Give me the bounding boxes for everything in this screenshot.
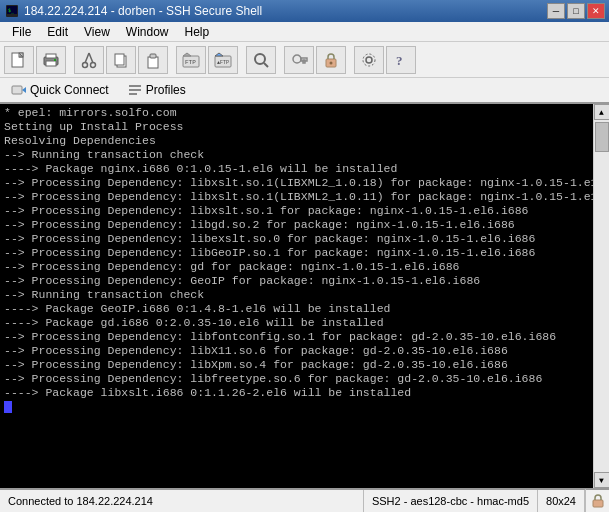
minimize-button[interactable]: ─ [547,3,565,19]
svg-marker-21 [215,53,223,56]
connection-label: Connected to 184.22.224.214 [8,495,153,507]
svg-rect-38 [593,500,603,507]
svg-rect-35 [129,85,141,87]
svg-rect-7 [46,61,56,66]
svg-point-29 [330,61,333,64]
svg-marker-18 [183,53,191,56]
close-button[interactable]: ✕ [587,3,605,19]
help-button[interactable]: ? [386,46,416,74]
status-encryption: SSH2 - aes128-cbc - hmac-md5 [364,490,538,512]
svg-point-10 [91,62,96,67]
quick-connect-icon [11,82,27,98]
svg-line-12 [89,53,93,63]
terminal-output[interactable]: * epel: mirrors.solfo.comSetting up Inst… [0,104,593,488]
terminal-wrapper: * epel: mirrors.solfo.comSetting up Inst… [0,104,609,488]
toolbar: FTP ▲FTP ? [0,42,609,78]
status-security-icon [590,493,606,509]
sftp-button[interactable]: FTP [176,46,206,74]
svg-rect-6 [46,54,56,58]
settings-button[interactable] [354,46,384,74]
app-icon: $_ [4,3,20,19]
scroll-up-button[interactable]: ▲ [594,104,610,120]
quick-connect-button[interactable]: Quick Connect [4,79,116,101]
menu-bar: File Edit View Window Help [0,22,609,42]
status-dimensions: 80x24 [538,490,585,512]
svg-text:▲FTP: ▲FTP [217,60,229,66]
keygen-button[interactable] [284,46,314,74]
dimensions-label: 80x24 [546,495,576,507]
encryption-label: SSH2 - aes128-cbc - hmac-md5 [372,495,529,507]
menu-file[interactable]: File [4,23,39,41]
svg-point-30 [366,57,372,63]
svg-point-25 [293,55,301,63]
svg-text:$_: $_ [8,7,15,14]
title-bar: $_ 184.22.224.214 - dorben - SSH Secure … [0,0,609,22]
copy-button[interactable] [106,46,136,74]
svg-point-31 [363,54,375,66]
window-title: 184.22.224.214 - dorben - SSH Secure She… [24,4,262,18]
status-icon-button[interactable] [585,489,609,512]
upload-button[interactable]: ▲FTP [208,46,238,74]
menu-view[interactable]: View [76,23,118,41]
svg-text:FTP: FTP [185,59,196,66]
auth-button[interactable] [316,46,346,74]
cut-button[interactable] [74,46,104,74]
profiles-icon [127,82,143,98]
status-connection: Connected to 184.22.224.214 [0,490,364,512]
svg-rect-36 [129,89,141,91]
svg-line-24 [264,63,268,67]
svg-rect-37 [129,93,137,95]
scroll-thumb[interactable] [595,122,609,152]
svg-rect-14 [115,54,124,65]
scroll-track[interactable] [594,120,609,472]
svg-rect-15 [148,57,158,68]
svg-line-11 [85,53,89,63]
quickconnect-bar: Quick Connect Profiles [0,78,609,104]
menu-help[interactable]: Help [177,23,218,41]
svg-rect-16 [150,54,156,58]
paste-button[interactable] [138,46,168,74]
status-bar: Connected to 184.22.224.214 SSH2 - aes12… [0,488,609,512]
svg-marker-34 [22,87,26,93]
svg-rect-33 [12,86,22,94]
maximize-button[interactable]: □ [567,3,585,19]
quick-connect-label: Quick Connect [30,83,109,97]
scrollbar: ▲ ▼ [593,104,609,488]
profiles-label: Profiles [146,83,186,97]
menu-edit[interactable]: Edit [39,23,76,41]
profiles-button[interactable]: Profiles [120,79,193,101]
print-button[interactable] [36,46,66,74]
svg-point-23 [255,54,265,64]
find-button[interactable] [246,46,276,74]
svg-text:?: ? [396,53,403,68]
scroll-down-button[interactable]: ▼ [594,472,610,488]
window-controls: ─ □ ✕ [547,3,605,19]
svg-point-8 [54,59,56,61]
svg-point-9 [83,62,88,67]
new-button[interactable] [4,46,34,74]
menu-window[interactable]: Window [118,23,177,41]
